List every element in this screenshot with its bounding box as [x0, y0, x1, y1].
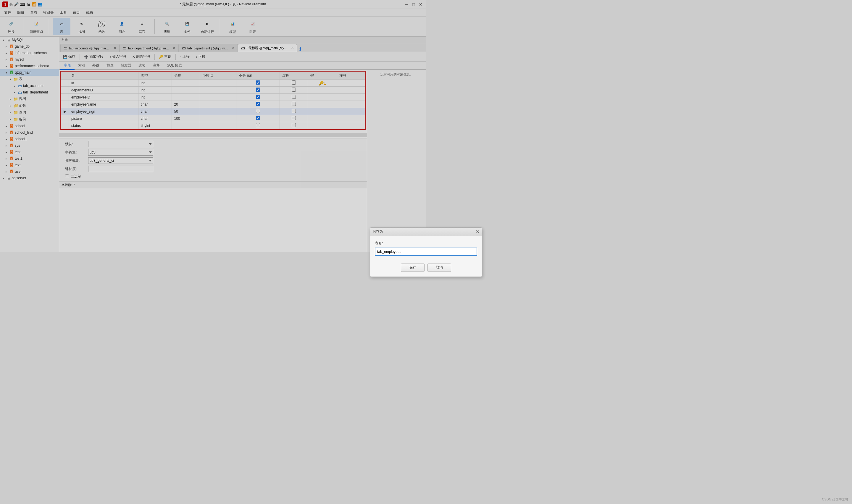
- dialog-title: 另存为: [373, 229, 383, 234]
- dialog-overlay: 另存为 ✕ 表名: 保存 取消: [0, 0, 426, 252]
- dialog-title-bar: 另存为 ✕: [370, 228, 426, 236]
- table-name-input[interactable]: [375, 248, 426, 252]
- dialog-field-label: 表名:: [375, 241, 426, 246]
- dialog-body: 表名:: [370, 236, 426, 252]
- save-as-dialog: 另存为 ✕ 表名: 保存 取消: [370, 228, 426, 252]
